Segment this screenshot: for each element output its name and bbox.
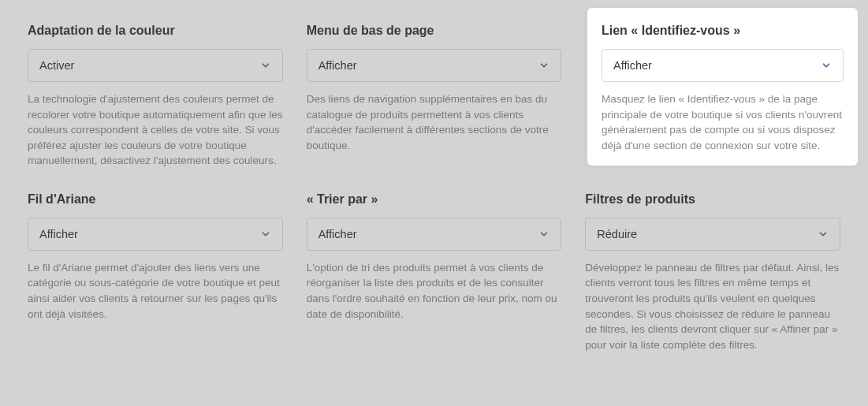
chevron-down-icon: [260, 60, 271, 71]
color-adaptation-select[interactable]: Activer: [28, 49, 283, 82]
setting-footer-menu: Menu de bas de page Afficher Des liens d…: [307, 24, 562, 169]
setting-sort-by: « Trier par » Afficher L'option de tri d…: [307, 192, 562, 352]
setting-description: L'option de tri des produits permet à vo…: [307, 260, 562, 322]
chevron-down-icon: [818, 229, 829, 240]
setting-description: Masquez le lien « Identifiez-vous » de l…: [602, 91, 844, 153]
setting-title: Adaptation de la couleur: [28, 24, 283, 38]
setting-title: « Trier par »: [307, 192, 562, 207]
chevron-down-icon: [538, 60, 549, 71]
select-value: Afficher: [319, 59, 539, 72]
chevron-down-icon: [538, 229, 549, 240]
setting-description: Le fil d'Ariane permet d'ajouter des lie…: [28, 260, 283, 322]
chevron-down-icon: [260, 229, 271, 240]
setting-description: Développez le panneau de filtres par déf…: [585, 260, 840, 352]
select-value: Afficher: [319, 228, 539, 240]
setting-color-adaptation: Adaptation de la couleur Activer La tech…: [28, 24, 283, 169]
setting-description: Des liens de navigation supplémentaires …: [307, 91, 562, 153]
setting-title: Menu de bas de page: [307, 24, 562, 38]
setting-title: Fil d'Ariane: [28, 192, 283, 207]
setting-sign-in-link: Lien « Identifiez-vous » Afficher Masque…: [587, 8, 858, 166]
select-value: Afficher: [39, 228, 260, 240]
setting-description: La technologie d'ajustement des couleurs…: [28, 91, 283, 169]
sign-in-link-select[interactable]: Afficher: [602, 49, 844, 82]
setting-title: Lien « Identifiez-vous »: [602, 24, 844, 38]
chevron-down-icon: [821, 60, 832, 71]
product-filters-select[interactable]: Réduire: [585, 218, 840, 251]
setting-breadcrumbs: Fil d'Ariane Afficher Le fil d'Ariane pe…: [28, 192, 283, 352]
sort-by-select[interactable]: Afficher: [307, 218, 562, 251]
select-value: Activer: [39, 59, 260, 72]
footer-menu-select[interactable]: Afficher: [307, 49, 562, 82]
breadcrumbs-select[interactable]: Afficher: [28, 218, 283, 251]
setting-title: Filtres de produits: [585, 192, 840, 207]
select-value: Réduire: [597, 228, 818, 240]
setting-product-filters: Filtres de produits Réduire Développez l…: [585, 192, 840, 352]
select-value: Afficher: [613, 59, 821, 72]
